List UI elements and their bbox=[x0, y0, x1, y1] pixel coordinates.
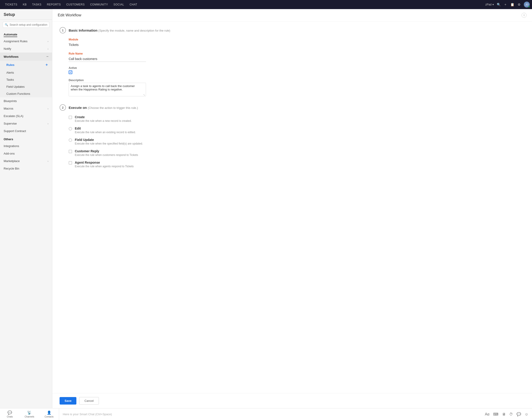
rules-plus-icon[interactable]: ＋ bbox=[45, 62, 48, 67]
avatar-initials: JD bbox=[525, 3, 528, 6]
assignment-rules-label: Assignment Rules bbox=[4, 40, 28, 43]
chat-bubble-icon[interactable]: 💬 bbox=[517, 412, 521, 416]
clock-icon[interactable]: ⏱ bbox=[509, 412, 513, 416]
section1-title: Basic Information bbox=[69, 29, 98, 32]
main-layout: Setup 🔍 Automate Assignment Rules › Noti… bbox=[0, 9, 532, 408]
notify-chevron-icon: › bbox=[47, 47, 48, 50]
agent-response-checkbox[interactable] bbox=[69, 161, 72, 165]
customer-reply-checkbox[interactable] bbox=[69, 150, 72, 153]
create-checkbox[interactable] bbox=[69, 116, 72, 119]
screen-icon[interactable]: 🖥 bbox=[502, 412, 506, 416]
rule-name-input[interactable] bbox=[69, 56, 146, 62]
sidebar-item-blueprints[interactable]: Blueprints bbox=[0, 97, 52, 105]
active-group: Active ✓ bbox=[69, 66, 525, 74]
keyboard-icon[interactable]: ⌨ bbox=[493, 412, 498, 416]
notification-icon[interactable]: 📋 bbox=[510, 2, 514, 7]
nav-community[interactable]: COMMUNITY bbox=[87, 0, 111, 9]
bottom-nav-channels[interactable]: 📡 Channels bbox=[19, 408, 39, 420]
smart-chat-bar: Here is your Smart Chat (Ctrl+Space) bbox=[59, 413, 481, 416]
add-icon[interactable]: ＋ bbox=[503, 2, 507, 7]
sidebar-item-support-contract[interactable]: Support Contract bbox=[0, 127, 52, 135]
page-title: Edit Workflow bbox=[58, 13, 81, 17]
nav-social[interactable]: SOCIAL bbox=[111, 0, 127, 9]
sidebar-item-add-ons[interactable]: Add-ons bbox=[0, 150, 52, 157]
sidebar-item-workflows[interactable]: Workflows − bbox=[0, 53, 52, 61]
contacts-icon: 👤 bbox=[47, 410, 51, 415]
nav-right: zPad ▾ 🔍 ＋ 📋 ⚙ JD bbox=[486, 1, 530, 7]
settings-icon[interactable]: ⚙ bbox=[517, 2, 521, 7]
sidebar-item-notify[interactable]: Notify › bbox=[0, 45, 52, 53]
sidebar-item-recycle-bin[interactable]: Recycle Bin bbox=[0, 165, 52, 172]
module-group: Module Tickets bbox=[69, 38, 525, 47]
sidebar-submenu-rules[interactable]: Rules ＋ bbox=[0, 61, 52, 69]
nav-customers[interactable]: CUSTOMERS bbox=[63, 0, 87, 9]
zpad-button[interactable]: zPad ▾ bbox=[486, 3, 494, 6]
sidebar-item-escalate-sla[interactable]: Escalate (SLA) bbox=[0, 112, 52, 120]
section2-title: Execute on bbox=[69, 106, 87, 109]
description-label: Description bbox=[69, 79, 525, 82]
edit-option-label: Edit bbox=[75, 127, 136, 130]
execute-options: Create Execute the rule when a new recor… bbox=[69, 115, 525, 168]
field-update-option-content: Field Update Execute the rule when the s… bbox=[75, 138, 143, 145]
recycle-bin-label: Recycle Bin bbox=[4, 167, 19, 170]
description-textarea[interactable]: Assign a task to agents to call back the… bbox=[69, 83, 146, 96]
bottom-nav: 💬 Chats 📡 Channels 👤 Contacts bbox=[0, 408, 59, 420]
chats-label: Chats bbox=[7, 416, 13, 418]
custom-functions-label: Custom Functions bbox=[6, 92, 30, 95]
content-header: Edit Workflow i bbox=[52, 9, 532, 22]
add-ons-label: Add-ons bbox=[4, 152, 15, 155]
section1-header: 1 Basic Information (Specify the module,… bbox=[60, 27, 525, 33]
create-option-desc: Execute the rule when a new record is cr… bbox=[75, 119, 132, 122]
info-icon[interactable]: i bbox=[521, 13, 527, 18]
save-button[interactable]: Save bbox=[60, 397, 76, 405]
automate-section: Automate Assignment Rules › Notify › Wor… bbox=[0, 30, 52, 135]
bottom-bar: 💬 Chats 📡 Channels 👤 Contacts Here is yo… bbox=[0, 408, 532, 420]
nav-chat[interactable]: CHAT bbox=[127, 0, 140, 9]
zpad-chevron-icon: ▾ bbox=[492, 3, 494, 6]
field-update-option-label: Field Update bbox=[75, 138, 143, 142]
sidebar-submenu-alerts[interactable]: Alerts bbox=[0, 69, 52, 76]
active-label: Active bbox=[69, 66, 525, 70]
sidebar-item-supervise[interactable]: Supervise › bbox=[0, 120, 52, 127]
form-content: 1 Basic Information (Specify the module,… bbox=[52, 22, 532, 393]
alerts-label: Alerts bbox=[6, 71, 14, 74]
nav-tasks[interactable]: TASKS bbox=[29, 0, 44, 9]
bottom-nav-chats[interactable]: 💬 Chats bbox=[0, 408, 19, 420]
search-icon[interactable]: 🔍 bbox=[497, 2, 501, 7]
text-size-icon[interactable]: Aα bbox=[485, 412, 489, 416]
active-checkbox[interactable]: ✓ bbox=[69, 71, 72, 74]
sidebar-search-input[interactable] bbox=[10, 23, 47, 26]
edit-radio[interactable] bbox=[69, 127, 72, 131]
create-option-content: Create Execute the rule when a new recor… bbox=[75, 115, 132, 122]
sidebar-item-assignment-rules[interactable]: Assignment Rules › bbox=[0, 37, 52, 45]
nav-kb[interactable]: KB bbox=[20, 0, 29, 9]
automate-label: Automate bbox=[4, 33, 17, 37]
field-update-radio[interactable] bbox=[69, 138, 72, 142]
avatar[interactable]: JD bbox=[524, 1, 530, 7]
bottom-nav-contacts[interactable]: 👤 Contacts bbox=[39, 408, 59, 420]
supervise-label: Supervise bbox=[4, 122, 17, 125]
marketplace-chevron-icon: › bbox=[47, 160, 48, 163]
sidebar-item-integrations[interactable]: Integrations bbox=[0, 142, 52, 150]
customer-reply-option-desc: Execute the rule when customers respond … bbox=[75, 153, 138, 157]
sidebar-title: Setup bbox=[0, 9, 52, 19]
sidebar-item-macros[interactable]: Macros › bbox=[0, 105, 52, 112]
content-area: Edit Workflow i 1 Basic Information (Spe… bbox=[52, 9, 532, 408]
online-status-dot bbox=[528, 6, 530, 7]
sidebar-submenu-custom-functions[interactable]: Custom Functions bbox=[0, 90, 52, 97]
workflows-submenu: Rules ＋ Alerts Tasks Field Updates Custo… bbox=[0, 61, 52, 97]
marketplace-label: Marketplace bbox=[4, 159, 20, 163]
edit-option-desc: Execute the rule when an existing record… bbox=[75, 131, 136, 134]
sidebar-item-marketplace[interactable]: Marketplace › bbox=[0, 157, 52, 165]
nav-reports[interactable]: REPORTS bbox=[44, 0, 63, 9]
sidebar-search[interactable]: 🔍 bbox=[3, 22, 49, 28]
module-label: Module bbox=[69, 38, 525, 41]
cancel-button[interactable]: Cancel bbox=[79, 397, 99, 405]
top-nav: TICKETS KB TASKS REPORTS CUSTOMERS COMMU… bbox=[0, 0, 532, 9]
description-group: Description Assign a task to agents to c… bbox=[69, 79, 525, 97]
execute-option-field-update: Field Update Execute the rule when the s… bbox=[69, 138, 525, 145]
nav-tickets[interactable]: TICKETS bbox=[2, 0, 20, 9]
sidebar-submenu-tasks[interactable]: Tasks bbox=[0, 76, 52, 83]
sidebar-submenu-field-updates[interactable]: Field Updates bbox=[0, 83, 52, 90]
smile-icon[interactable]: ☺ bbox=[525, 412, 528, 416]
